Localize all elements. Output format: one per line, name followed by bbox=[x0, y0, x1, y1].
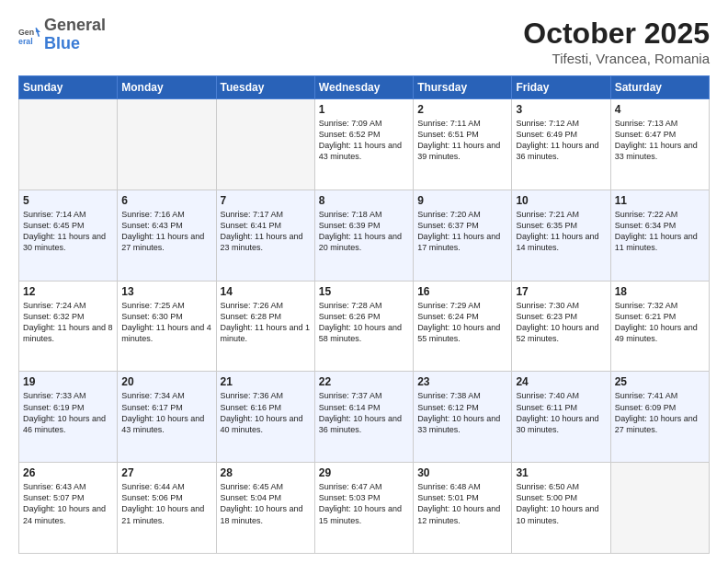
header-wednesday: Wednesday bbox=[314, 76, 413, 99]
table-row: 3Sunrise: 7:12 AM Sunset: 6:49 PM Daylig… bbox=[512, 99, 610, 190]
day-info: Sunrise: 7:12 AM Sunset: 6:49 PM Dayligh… bbox=[516, 118, 606, 163]
calendar-week-row: 19Sunrise: 7:33 AM Sunset: 6:19 PM Dayli… bbox=[19, 372, 710, 463]
header-tuesday: Tuesday bbox=[216, 76, 314, 99]
day-number: 4 bbox=[615, 103, 705, 116]
day-number: 27 bbox=[121, 466, 211, 479]
day-number: 21 bbox=[221, 375, 311, 388]
day-number: 22 bbox=[319, 375, 409, 388]
calendar-week-row: 5Sunrise: 7:14 AM Sunset: 6:45 PM Daylig… bbox=[19, 190, 710, 281]
month-title: October 2025 bbox=[523, 17, 710, 51]
day-number: 28 bbox=[221, 466, 311, 479]
day-number: 29 bbox=[319, 466, 409, 479]
day-info: Sunrise: 7:18 AM Sunset: 6:39 PM Dayligh… bbox=[319, 209, 409, 254]
day-info: Sunrise: 7:16 AM Sunset: 6:43 PM Dayligh… bbox=[121, 209, 211, 254]
day-info: Sunrise: 7:13 AM Sunset: 6:47 PM Dayligh… bbox=[615, 118, 705, 163]
day-number: 19 bbox=[23, 375, 113, 388]
logo-icon: Gen eral bbox=[18, 25, 40, 47]
header-thursday: Thursday bbox=[414, 76, 512, 99]
day-number: 14 bbox=[221, 285, 311, 298]
day-number: 1 bbox=[319, 103, 409, 116]
logo-general-text: General bbox=[44, 17, 106, 35]
table-row bbox=[610, 463, 709, 554]
table-row: 22Sunrise: 7:37 AM Sunset: 6:14 PM Dayli… bbox=[314, 372, 413, 463]
page: Gen eral General Blue October 2025 Tifes… bbox=[0, 0, 728, 563]
table-row bbox=[118, 99, 216, 190]
table-row: 29Sunrise: 6:47 AM Sunset: 5:03 PM Dayli… bbox=[314, 463, 413, 554]
table-row: 31Sunrise: 6:50 AM Sunset: 5:00 PM Dayli… bbox=[512, 463, 610, 554]
day-number: 6 bbox=[121, 194, 211, 207]
table-row: 13Sunrise: 7:25 AM Sunset: 6:30 PM Dayli… bbox=[118, 281, 216, 372]
table-row: 12Sunrise: 7:24 AM Sunset: 6:32 PM Dayli… bbox=[19, 281, 118, 372]
day-info: Sunrise: 7:37 AM Sunset: 6:14 PM Dayligh… bbox=[319, 390, 409, 435]
day-info: Sunrise: 6:47 AM Sunset: 5:03 PM Dayligh… bbox=[319, 481, 409, 526]
day-info: Sunrise: 7:41 AM Sunset: 6:09 PM Dayligh… bbox=[615, 390, 705, 435]
day-number: 20 bbox=[121, 375, 211, 388]
day-number: 8 bbox=[319, 194, 409, 207]
table-row: 21Sunrise: 7:36 AM Sunset: 6:16 PM Dayli… bbox=[216, 372, 314, 463]
day-number: 18 bbox=[615, 285, 705, 298]
calendar-week-row: 12Sunrise: 7:24 AM Sunset: 6:32 PM Dayli… bbox=[19, 281, 710, 372]
location: Tifesti, Vrancea, Romania bbox=[523, 51, 710, 66]
day-number: 5 bbox=[23, 194, 113, 207]
calendar-week-row: 1Sunrise: 7:09 AM Sunset: 6:52 PM Daylig… bbox=[19, 99, 710, 190]
table-row bbox=[19, 99, 118, 190]
header: Gen eral General Blue October 2025 Tifes… bbox=[18, 17, 710, 66]
table-row: 8Sunrise: 7:18 AM Sunset: 6:39 PM Daylig… bbox=[314, 190, 413, 281]
day-info: Sunrise: 7:34 AM Sunset: 6:17 PM Dayligh… bbox=[121, 390, 211, 435]
day-number: 7 bbox=[221, 194, 311, 207]
day-info: Sunrise: 6:48 AM Sunset: 5:01 PM Dayligh… bbox=[417, 481, 507, 526]
day-number: 9 bbox=[417, 194, 507, 207]
table-row: 28Sunrise: 6:45 AM Sunset: 5:04 PM Dayli… bbox=[216, 463, 314, 554]
day-number: 12 bbox=[23, 285, 113, 298]
table-row: 15Sunrise: 7:28 AM Sunset: 6:26 PM Dayli… bbox=[314, 281, 413, 372]
table-row: 25Sunrise: 7:41 AM Sunset: 6:09 PM Dayli… bbox=[610, 372, 709, 463]
table-row: 7Sunrise: 7:17 AM Sunset: 6:41 PM Daylig… bbox=[216, 190, 314, 281]
day-number: 17 bbox=[516, 285, 606, 298]
header-saturday: Saturday bbox=[610, 76, 709, 99]
table-row: 24Sunrise: 7:40 AM Sunset: 6:11 PM Dayli… bbox=[512, 372, 610, 463]
weekday-header-row: Sunday Monday Tuesday Wednesday Thursday… bbox=[19, 76, 710, 99]
logo: Gen eral General Blue bbox=[18, 17, 106, 53]
day-info: Sunrise: 7:32 AM Sunset: 6:21 PM Dayligh… bbox=[615, 300, 705, 345]
day-number: 25 bbox=[615, 375, 705, 388]
table-row: 1Sunrise: 7:09 AM Sunset: 6:52 PM Daylig… bbox=[314, 99, 413, 190]
table-row: 5Sunrise: 7:14 AM Sunset: 6:45 PM Daylig… bbox=[19, 190, 118, 281]
table-row: 20Sunrise: 7:34 AM Sunset: 6:17 PM Dayli… bbox=[118, 372, 216, 463]
table-row: 17Sunrise: 7:30 AM Sunset: 6:23 PM Dayli… bbox=[512, 281, 610, 372]
day-number: 26 bbox=[23, 466, 113, 479]
day-info: Sunrise: 7:40 AM Sunset: 6:11 PM Dayligh… bbox=[516, 390, 606, 435]
day-info: Sunrise: 6:44 AM Sunset: 5:06 PM Dayligh… bbox=[121, 481, 211, 526]
day-info: Sunrise: 6:43 AM Sunset: 5:07 PM Dayligh… bbox=[23, 481, 113, 526]
title-block: October 2025 Tifesti, Vrancea, Romania bbox=[523, 17, 710, 66]
day-info: Sunrise: 6:50 AM Sunset: 5:00 PM Dayligh… bbox=[516, 481, 606, 526]
day-info: Sunrise: 7:14 AM Sunset: 6:45 PM Dayligh… bbox=[23, 209, 113, 254]
day-info: Sunrise: 7:26 AM Sunset: 6:28 PM Dayligh… bbox=[221, 300, 311, 345]
day-info: Sunrise: 7:20 AM Sunset: 6:37 PM Dayligh… bbox=[417, 209, 507, 254]
logo-blue-text: Blue bbox=[44, 35, 106, 53]
table-row bbox=[216, 99, 314, 190]
day-info: Sunrise: 7:25 AM Sunset: 6:30 PM Dayligh… bbox=[121, 300, 211, 345]
day-number: 3 bbox=[516, 103, 606, 116]
logo-text: General Blue bbox=[44, 17, 106, 53]
day-number: 30 bbox=[417, 466, 507, 479]
day-info: Sunrise: 7:24 AM Sunset: 6:32 PM Dayligh… bbox=[23, 300, 113, 345]
svg-text:eral: eral bbox=[18, 37, 33, 46]
table-row: 26Sunrise: 6:43 AM Sunset: 5:07 PM Dayli… bbox=[19, 463, 118, 554]
table-row: 18Sunrise: 7:32 AM Sunset: 6:21 PM Dayli… bbox=[610, 281, 709, 372]
day-info: Sunrise: 7:38 AM Sunset: 6:12 PM Dayligh… bbox=[417, 390, 507, 435]
table-row: 14Sunrise: 7:26 AM Sunset: 6:28 PM Dayli… bbox=[216, 281, 314, 372]
day-info: Sunrise: 7:28 AM Sunset: 6:26 PM Dayligh… bbox=[319, 300, 409, 345]
table-row: 10Sunrise: 7:21 AM Sunset: 6:35 PM Dayli… bbox=[512, 190, 610, 281]
day-info: Sunrise: 7:09 AM Sunset: 6:52 PM Dayligh… bbox=[319, 118, 409, 163]
day-info: Sunrise: 7:33 AM Sunset: 6:19 PM Dayligh… bbox=[23, 390, 113, 435]
table-row: 23Sunrise: 7:38 AM Sunset: 6:12 PM Dayli… bbox=[414, 372, 512, 463]
table-row: 4Sunrise: 7:13 AM Sunset: 6:47 PM Daylig… bbox=[610, 99, 709, 190]
day-number: 16 bbox=[417, 285, 507, 298]
day-number: 11 bbox=[615, 194, 705, 207]
header-monday: Monday bbox=[118, 76, 216, 99]
day-info: Sunrise: 7:36 AM Sunset: 6:16 PM Dayligh… bbox=[221, 390, 311, 435]
day-info: Sunrise: 7:30 AM Sunset: 6:23 PM Dayligh… bbox=[516, 300, 606, 345]
day-info: Sunrise: 7:22 AM Sunset: 6:34 PM Dayligh… bbox=[615, 209, 705, 254]
table-row: 19Sunrise: 7:33 AM Sunset: 6:19 PM Dayli… bbox=[19, 372, 118, 463]
svg-text:Gen: Gen bbox=[18, 28, 34, 37]
